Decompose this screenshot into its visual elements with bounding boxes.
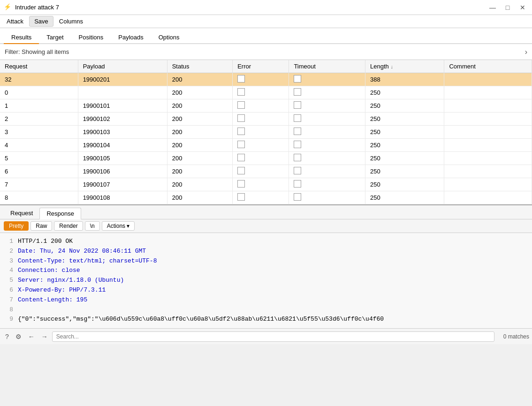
tab-target[interactable]: Target	[39, 31, 71, 44]
col-timeout[interactable]: Timeout	[289, 60, 365, 73]
line-text: Server: nginx/1.18.0 (Ubuntu)	[18, 276, 124, 286]
settings-icon-button[interactable]: ⚙	[13, 332, 24, 341]
line-number: 9	[6, 315, 13, 324]
error-checkbox[interactable]	[237, 180, 245, 188]
bottom-panel: Request Response Pretty Raw Render \n Ac…	[0, 205, 532, 328]
maximize-button[interactable]: □	[502, 2, 513, 13]
menu-bar: Attack Save Columns	[0, 15, 532, 28]
line-number: 3	[6, 256, 13, 266]
error-checkbox[interactable]	[237, 75, 245, 83]
back-button[interactable]: ←	[26, 332, 37, 341]
view-newline-button[interactable]: \n	[85, 221, 100, 231]
filter-expand-icon[interactable]: ›	[525, 48, 527, 56]
forward-button[interactable]: →	[39, 332, 50, 341]
line-number: 2	[6, 247, 13, 256]
error-checkbox[interactable]	[237, 128, 245, 135]
line-text: Content-Type: text/html; charset=UTF-8	[18, 256, 157, 266]
timeout-checkbox[interactable]	[294, 88, 301, 96]
close-button[interactable]: ✕	[517, 2, 528, 13]
table-row[interactable]: 519900105200250	[0, 152, 532, 165]
timeout-checkbox[interactable]	[294, 193, 301, 201]
window-title: Intruder attack 7	[15, 4, 59, 11]
tab-payloads[interactable]: Payloads	[111, 31, 151, 44]
col-error[interactable]: Error	[233, 60, 289, 73]
match-count: 0 matches	[496, 333, 529, 340]
nav-tabs: Results Target Positions Payloads Option…	[0, 28, 532, 44]
minimize-button[interactable]: —	[487, 2, 498, 13]
table-row[interactable]: 0200250	[0, 86, 532, 99]
help-icon-button[interactable]: ?	[3, 332, 11, 341]
response-content: 1HTTP/1.1 200 OK2Date: Thu, 24 Nov 2022 …	[0, 233, 532, 328]
table-row[interactable]: 419900104200250	[0, 139, 532, 152]
response-line: 6X-Powered-By: PHP/7.3.11	[6, 286, 526, 295]
actions-dropdown[interactable]: Actions ▾	[102, 221, 135, 231]
sort-icon: ↓	[390, 64, 393, 69]
menu-columns[interactable]: Columns	[54, 16, 88, 26]
col-request[interactable]: Request	[0, 60, 78, 73]
error-checkbox[interactable]	[237, 88, 245, 96]
menu-save[interactable]: Save	[29, 16, 53, 27]
error-checkbox[interactable]	[237, 154, 245, 161]
table-body: 3219900201200388020025011990010120025021…	[0, 73, 532, 206]
col-comment[interactable]: Comment	[444, 60, 532, 73]
results-table-container: Request Payload Status Error Timeout Len…	[0, 60, 532, 205]
timeout-checkbox[interactable]	[294, 101, 301, 109]
response-line: 5Server: nginx/1.18.0 (Ubuntu)	[6, 276, 526, 286]
timeout-checkbox[interactable]	[294, 167, 301, 174]
timeout-checkbox[interactable]	[294, 114, 301, 122]
tab-options[interactable]: Options	[151, 31, 187, 44]
search-input[interactable]	[52, 331, 494, 342]
timeout-checkbox[interactable]	[294, 128, 301, 135]
line-text: HTTP/1.1 200 OK	[18, 237, 73, 247]
table-row[interactable]: 119900101200250	[0, 99, 532, 113]
line-text: X-Powered-By: PHP/7.3.11	[18, 286, 106, 295]
timeout-checkbox[interactable]	[294, 154, 301, 161]
tab-response[interactable]: Response	[39, 208, 81, 219]
col-payload[interactable]: Payload	[78, 60, 167, 73]
tab-results[interactable]: Results	[4, 31, 39, 44]
chevron-down-icon: ▾	[127, 223, 129, 229]
error-checkbox[interactable]	[237, 141, 245, 148]
response-line: 3Content-Type: text/html; charset=UTF-8	[6, 256, 526, 266]
line-number: 4	[6, 266, 13, 276]
error-checkbox[interactable]	[237, 101, 245, 109]
line-number: 5	[6, 276, 13, 286]
actions-label: Actions	[107, 223, 125, 229]
timeout-checkbox[interactable]	[294, 75, 301, 83]
col-status[interactable]: Status	[167, 60, 232, 73]
tab-request[interactable]: Request	[4, 208, 39, 219]
results-table: Request Payload Status Error Timeout Len…	[0, 60, 532, 205]
table-row[interactable]: 619900106200250	[0, 165, 532, 178]
error-checkbox[interactable]	[237, 167, 245, 174]
tab-positions[interactable]: Positions	[71, 31, 111, 44]
app-icon: ⚡	[4, 3, 12, 12]
response-line: 4Connection: close	[6, 266, 526, 276]
timeout-checkbox[interactable]	[294, 141, 301, 148]
panel-tabs: Request Response	[0, 205, 532, 219]
table-row[interactable]: 319900103200250	[0, 126, 532, 139]
table-row[interactable]: 719900107200250	[0, 178, 532, 191]
table-header-row: Request Payload Status Error Timeout Len…	[0, 60, 532, 73]
view-render-button[interactable]: Render	[54, 221, 83, 231]
timeout-checkbox[interactable]	[294, 180, 301, 188]
line-number: 8	[6, 305, 13, 315]
table-row[interactable]: 819900108200250	[0, 191, 532, 204]
menu-attack[interactable]: Attack	[2, 16, 28, 26]
filter-bar: Filter: Showing all items ›	[0, 44, 532, 60]
response-line: 8	[6, 305, 526, 315]
response-line: 7Content-Length: 195	[6, 295, 526, 305]
line-number: 7	[6, 295, 13, 305]
title-bar-controls: — □ ✕	[487, 2, 528, 13]
line-text: Date: Thu, 24 Nov 2022 08:46:11 GMT	[18, 247, 146, 256]
table-row[interactable]: 219900102200250	[0, 113, 532, 126]
response-toolbar: Pretty Raw Render \n Actions ▾	[0, 219, 532, 233]
view-pretty-button[interactable]: Pretty	[4, 221, 29, 231]
col-length[interactable]: Length ↓	[365, 60, 444, 73]
line-number: 6	[6, 286, 13, 295]
table-row[interactable]: 3219900201200388	[0, 73, 532, 86]
error-checkbox[interactable]	[237, 114, 245, 122]
error-checkbox[interactable]	[237, 193, 245, 201]
view-raw-button[interactable]: Raw	[30, 221, 52, 231]
line-text: Content-Length: 195	[18, 295, 87, 305]
response-line: 1HTTP/1.1 200 OK	[6, 237, 526, 247]
